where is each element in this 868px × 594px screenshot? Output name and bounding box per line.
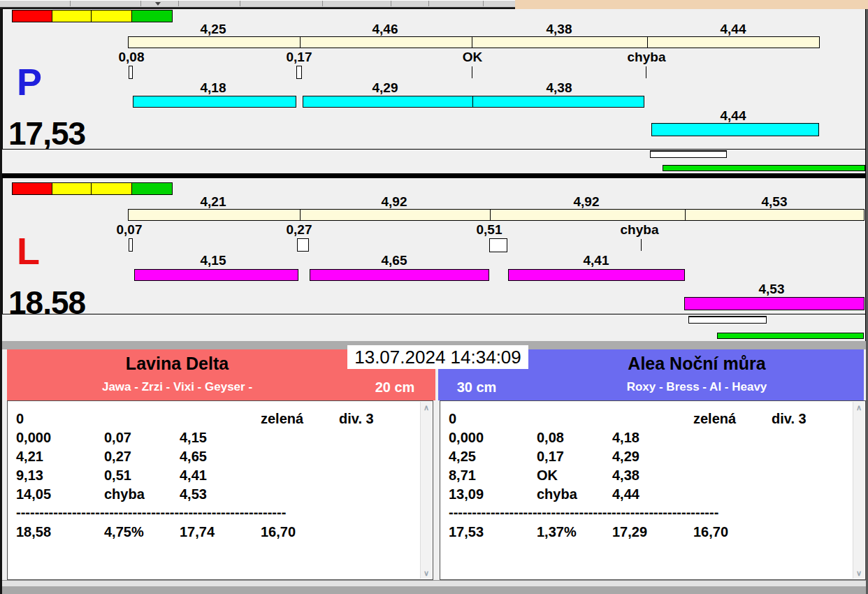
fault-marker-box — [297, 238, 309, 252]
cell: 17,29 — [612, 523, 647, 540]
status-green-block — [131, 10, 173, 22]
cell: 14,05 — [16, 486, 51, 502]
run-split-label: 4,15 — [201, 254, 226, 267]
split-divider — [490, 210, 491, 220]
fault-marker-box — [129, 66, 133, 79]
tick-label: 0,07 — [117, 223, 143, 236]
table-row: 0 zelená div. 3 — [8, 410, 420, 429]
run-bar — [303, 96, 473, 108]
reference-split-bar — [128, 36, 820, 48]
cell: 0 — [449, 410, 456, 427]
height-badge: 30 cm — [445, 380, 508, 394]
divider-row: ----------------------------------------… — [8, 504, 420, 523]
cell: 4,41 — [180, 467, 207, 484]
split-label: 4,92 — [574, 195, 600, 208]
run-split-label: 4,18 — [201, 81, 226, 94]
toolbar-divider — [140, 1, 141, 6]
cell: 9,13 — [16, 467, 43, 484]
run-bar — [134, 269, 298, 281]
right-result-table[interactable]: 0 zelená div. 3 0,000 0,08 4,18 4,25 0,1… — [440, 400, 866, 580]
totals-row: 18,58 4,75% 17,74 16,70 — [8, 523, 420, 542]
cell: 0 — [16, 410, 24, 427]
timing-display-window: 4,25 4,46 4,38 4,44 0,08 0,17 OK chyba 4… — [0, 0, 868, 594]
scroll-down-icon[interactable]: ∨ — [853, 569, 865, 577]
cell: 0,51 — [104, 467, 131, 484]
fault-marker-box — [296, 66, 302, 79]
tick-line — [641, 239, 642, 251]
tick-label: 0,51 — [477, 223, 502, 236]
table-row: 0 zelená div. 3 — [440, 410, 853, 429]
left-result-table[interactable]: 0 zelená div. 3 0,000 0,07 4,15 4,21 0,2… — [7, 400, 433, 580]
fault-marker-box — [489, 238, 507, 252]
split-label: 4,53 — [762, 195, 788, 208]
status-light-row — [12, 10, 173, 22]
cell: 0,17 — [537, 448, 564, 465]
tick-label: chyba — [621, 223, 659, 236]
cell: zelená — [693, 410, 736, 427]
toolbar-divider — [483, 1, 484, 6]
fault-marker-box — [129, 238, 133, 252]
cell: 18,58 — [16, 523, 51, 540]
vertical-scrollbar[interactable]: ∧ ∨ — [853, 402, 865, 579]
window-left-border — [0, 0, 2, 594]
split-label: 4,38 — [547, 22, 572, 36]
cell: 17,74 — [180, 523, 215, 540]
cell: 4,18 — [612, 429, 639, 446]
cell: 4,29 — [612, 448, 639, 465]
team-members: Roxy - Bress - Al - Heavy — [533, 381, 861, 393]
top-toolbar-strip[interactable] — [0, 0, 515, 8]
tick-line — [646, 66, 646, 78]
cell: 0,08 — [537, 429, 564, 446]
green-progress-bar — [717, 333, 864, 339]
cell: OK — [537, 467, 558, 484]
status-red-block — [12, 182, 52, 195]
table-row: 4,25 0,17 4,29 — [440, 448, 853, 467]
lane-letter: L — [17, 232, 40, 270]
cell: 16,70 — [693, 523, 728, 540]
status-light-row — [12, 182, 173, 195]
cell: 16,70 — [261, 523, 296, 540]
run-split-label: 4,38 — [547, 81, 572, 94]
toolbar-divider — [178, 1, 179, 6]
cell: 4,44 — [612, 486, 639, 502]
team-name: Alea Noční můra — [533, 355, 861, 372]
status-yellow-block — [52, 182, 92, 195]
tick-label: 0,17 — [287, 50, 312, 64]
toolbar-divider — [428, 1, 429, 6]
cell: div. 3 — [772, 410, 806, 427]
toolbar-divider — [322, 1, 323, 6]
split-divider — [647, 37, 648, 48]
cell: 4,15 — [180, 429, 207, 446]
height-badge: 20 cm — [356, 380, 433, 394]
scroll-up-icon[interactable]: ∧ — [421, 403, 432, 412]
run-bar — [310, 269, 489, 281]
vertical-scrollbar[interactable]: ∧ ∨ — [420, 402, 432, 579]
green-progress-bar — [663, 165, 865, 171]
total-time: 17,53 — [8, 117, 85, 150]
status-red-block — [12, 10, 52, 22]
cell: zelená — [261, 410, 303, 427]
status-yellow-block — [91, 182, 132, 195]
progress-slab — [688, 316, 767, 324]
divider-row: ----------------------------------------… — [440, 504, 853, 523]
run-split-label: 4,65 — [382, 254, 407, 267]
run-bar — [472, 96, 644, 108]
split-label: 4,21 — [201, 195, 226, 208]
table-row: 9,13 0,51 4,41 — [8, 467, 420, 486]
cell: 0,07 — [104, 429, 131, 446]
tick-label: OK — [463, 50, 483, 64]
tick-line — [472, 66, 472, 78]
scroll-down-icon[interactable]: ∨ — [421, 569, 432, 577]
toolbar-divider — [70, 1, 71, 6]
table-row: 14,05 chyba 4,53 — [8, 486, 420, 505]
status-yellow-block — [91, 10, 132, 22]
tick-label: 0,08 — [119, 50, 145, 64]
cell: chyba — [537, 486, 577, 502]
totals-row: 17,53 1,37% 17,29 16,70 — [440, 523, 853, 542]
scroll-up-icon[interactable]: ∧ — [853, 403, 865, 412]
cell: 4,75% — [104, 523, 144, 540]
run-bar-final — [684, 297, 865, 310]
bottom-strip-dark — [0, 586, 868, 594]
datetime-display: 13.07.2024 14:34:09 — [347, 345, 528, 369]
split-divider — [300, 37, 301, 48]
